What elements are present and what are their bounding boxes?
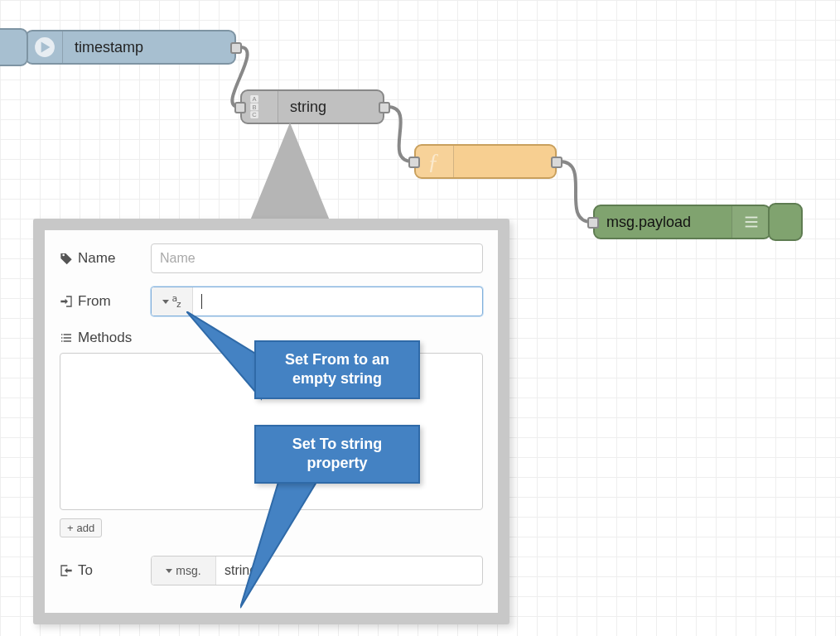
from-type-selector[interactable] bbox=[152, 287, 193, 316]
svg-rect-8 bbox=[745, 217, 757, 219]
output-port[interactable] bbox=[551, 157, 562, 168]
debug-node-label: msg.payload bbox=[595, 214, 731, 231]
debug-node[interactable]: msg.payload bbox=[593, 205, 771, 239]
to-type-selector[interactable]: msg. bbox=[152, 556, 216, 585]
from-label: From bbox=[78, 293, 111, 310]
svg-text:A: A bbox=[252, 95, 256, 103]
input-port[interactable] bbox=[587, 217, 599, 229]
inject-node-label: timestamp bbox=[63, 39, 234, 56]
to-input[interactable]: msg. string bbox=[151, 556, 483, 585]
input-port[interactable] bbox=[408, 157, 420, 168]
to-value: string bbox=[224, 563, 257, 578]
caret-down-icon bbox=[162, 300, 169, 304]
svg-text:B: B bbox=[252, 104, 256, 111]
text-cursor bbox=[201, 294, 202, 309]
to-row: To msg. string bbox=[60, 556, 483, 585]
caret-down-icon bbox=[166, 569, 172, 573]
from-row: From bbox=[60, 287, 483, 316]
svg-rect-10 bbox=[745, 226, 757, 228]
debug-toggle-button[interactable] bbox=[768, 203, 803, 241]
abc-icon: A B C bbox=[242, 91, 278, 123]
to-type-label: msg. bbox=[176, 564, 200, 577]
callout-to: Set To string property bbox=[254, 425, 420, 484]
flow-canvas[interactable]: timestamp A B C string ƒ msg.payload bbox=[0, 0, 840, 636]
name-row: Name bbox=[60, 243, 483, 273]
svg-text:C: C bbox=[252, 111, 257, 118]
add-method-button[interactable]: +add bbox=[60, 518, 102, 537]
panel-pointer bbox=[240, 123, 340, 230]
node-editor-panel: Name From Methods +add To msg. string bbox=[33, 219, 509, 624]
to-label: To bbox=[78, 562, 93, 579]
name-input[interactable] bbox=[151, 243, 483, 273]
arrow-right-icon bbox=[27, 31, 63, 63]
svg-text:ƒ: ƒ bbox=[427, 149, 438, 174]
methods-label: Methods bbox=[78, 330, 132, 346]
login-icon bbox=[60, 295, 73, 308]
list-icon bbox=[60, 331, 73, 344]
output-port[interactable] bbox=[379, 102, 390, 113]
add-button-label: add bbox=[77, 522, 95, 534]
svg-marker-11 bbox=[247, 123, 333, 229]
callout-from-text: Set From to an empty string bbox=[285, 351, 389, 387]
svg-rect-9 bbox=[745, 221, 757, 223]
callout-from: Set From to an empty string bbox=[254, 340, 420, 399]
string-type-icon bbox=[172, 296, 182, 307]
name-label: Name bbox=[78, 250, 115, 267]
output-port[interactable] bbox=[230, 42, 242, 54]
inject-node[interactable]: timestamp bbox=[25, 30, 236, 65]
string-node[interactable]: A B C string bbox=[240, 89, 384, 124]
from-input[interactable] bbox=[151, 287, 483, 316]
input-port[interactable] bbox=[234, 102, 246, 113]
tag-icon bbox=[60, 252, 73, 265]
inject-trigger-button[interactable] bbox=[0, 28, 28, 66]
callout-to-text: Set To string property bbox=[292, 436, 383, 471]
function-node[interactable]: ƒ bbox=[414, 144, 557, 179]
logout-icon bbox=[60, 564, 73, 577]
string-node-label: string bbox=[278, 99, 383, 116]
debug-icon bbox=[731, 206, 770, 238]
plus-icon: + bbox=[67, 522, 74, 534]
function-icon: ƒ bbox=[416, 146, 454, 177]
